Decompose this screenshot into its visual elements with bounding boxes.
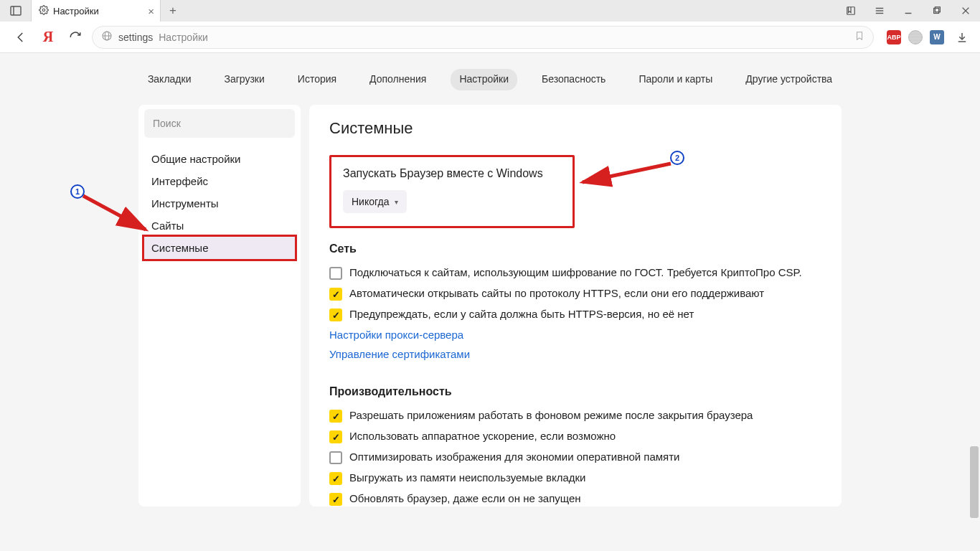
search-input[interactable]: Поиск — [144, 109, 295, 138]
settings-nav: Закладки Загрузки История Дополнения Нас… — [0, 53, 980, 90]
boot-with-windows-section: Запускать Браузер вместе с Windows Никог… — [329, 155, 575, 228]
checkbox-checked-icon[interactable] — [329, 410, 342, 423]
svg-rect-9 — [935, 7, 940, 12]
vk-icon[interactable]: W — [930, 30, 944, 44]
perf-option-hw-accel[interactable]: Использовать аппаратное ускорение, если … — [329, 426, 821, 447]
svg-point-2 — [42, 9, 45, 11]
perf-option-auto-update[interactable]: Обновлять браузер, даже если он не запущ… — [329, 489, 821, 507]
network-option-gost[interactable]: Подключаться к сайтам, использующим шифр… — [329, 263, 821, 283]
bookmarks-bar-button[interactable] — [837, 0, 865, 22]
tab-title: Настройки — [53, 6, 99, 17]
svg-line-18 — [83, 196, 146, 230]
checkbox-unchecked-icon[interactable] — [329, 267, 342, 280]
nav-security[interactable]: Безопасность — [533, 69, 614, 90]
svg-rect-8 — [934, 9, 939, 14]
titlebar: Настройки × + — [0, 0, 980, 22]
back-button[interactable] — [10, 27, 32, 48]
network-option-https-warn[interactable]: Предупреждать, если у сайта должна быть … — [329, 304, 821, 325]
checkbox-checked-icon[interactable] — [329, 430, 342, 443]
certificates-link[interactable]: Управление сертификатами — [329, 344, 821, 364]
annotation-arrow-2 — [574, 159, 682, 195]
checkbox-checked-icon[interactable] — [329, 472, 342, 485]
annotation-badge-2: 2 — [670, 151, 684, 165]
reload-button[interactable] — [65, 27, 86, 48]
window-controls — [837, 0, 980, 22]
checkbox-checked-icon[interactable] — [329, 288, 342, 301]
chevron-down-icon: ▾ — [395, 198, 398, 206]
boot-dropdown[interactable]: Никогда ▾ — [343, 190, 407, 213]
checkbox-checked-icon[interactable] — [329, 493, 342, 506]
sidebar-item-interface[interactable]: Интерфейс — [144, 170, 295, 192]
nav-devices[interactable]: Другие устройства — [737, 69, 841, 90]
browser-tab[interactable]: Настройки × — [32, 0, 161, 22]
nav-settings[interactable]: Настройки — [451, 69, 517, 90]
address-bar[interactable]: settings Настройки — [92, 26, 874, 49]
nav-downloads[interactable]: Загрузки — [215, 69, 273, 90]
nav-history[interactable]: История — [289, 69, 345, 90]
network-option-https-auto[interactable]: Автоматически открывать сайты по протоко… — [329, 283, 821, 304]
new-tab-button[interactable]: + — [161, 0, 185, 22]
boot-dropdown-value: Никогда — [352, 196, 389, 207]
yandex-logo[interactable]: Я — [37, 27, 59, 48]
annotation-badge-1: 1 — [70, 184, 85, 199]
panel-toggle-button[interactable] — [0, 0, 32, 22]
globe-icon — [101, 30, 113, 44]
checkbox-unchecked-icon[interactable] — [329, 451, 342, 464]
performance-heading: Производительность — [329, 385, 821, 398]
extension-icons: ABP W — [880, 27, 973, 48]
network-heading: Сеть — [329, 242, 821, 255]
boot-title: Запускать Браузер вместе с Windows — [343, 167, 561, 180]
proxy-settings-link[interactable]: Настройки прокси-сервера — [329, 325, 821, 344]
adblock-icon[interactable]: ABP — [887, 30, 901, 44]
translate-icon[interactable] — [908, 30, 923, 44]
gear-icon — [39, 5, 49, 17]
sidebar-item-sites[interactable]: Сайты — [144, 215, 295, 237]
perf-option-unload-tabs[interactable]: Выгружать из памяти неиспользуемые вклад… — [329, 468, 821, 489]
search-placeholder: Поиск — [153, 118, 181, 129]
bookmark-icon[interactable] — [854, 31, 864, 43]
sidebar-item-tools[interactable]: Инструменты — [144, 192, 295, 215]
nav-bookmarks[interactable]: Закладки — [139, 69, 200, 90]
checkbox-checked-icon[interactable] — [329, 309, 342, 321]
address-prefix: settings — [118, 32, 153, 43]
window-close-button[interactable] — [951, 0, 980, 22]
nav-addons[interactable]: Дополнения — [361, 69, 435, 90]
page-scrollbar[interactable] — [970, 446, 979, 518]
perf-option-img-optimize[interactable]: Оптимизировать изображения для экономии … — [329, 447, 821, 468]
perf-option-bg-apps[interactable]: Разрешать приложениям работать в фоновом… — [329, 405, 821, 426]
settings-main: Поиск Общие настройки Интерфейс Инструме… — [0, 90, 980, 507]
sidebar-item-system[interactable]: Системные — [144, 237, 295, 259]
annotation-arrow-1 — [77, 190, 156, 240]
nav-passwords[interactable]: Пароли и карты — [630, 69, 721, 90]
page-title: Системные — [329, 119, 821, 138]
settings-sidebar: Поиск Общие настройки Интерфейс Инструме… — [138, 105, 301, 507]
close-tab-button[interactable]: × — [148, 5, 154, 17]
menu-button[interactable] — [865, 0, 894, 22]
address-page: Настройки — [159, 32, 208, 43]
window-minimize-button[interactable] — [894, 0, 923, 22]
svg-line-20 — [583, 164, 671, 182]
browser-toolbar: Я settings Настройки ABP W — [0, 22, 980, 53]
sidebar-item-general[interactable]: Общие настройки — [144, 148, 295, 170]
downloads-button[interactable] — [951, 27, 973, 48]
svg-rect-0 — [11, 6, 21, 15]
window-maximize-button[interactable] — [923, 0, 951, 22]
